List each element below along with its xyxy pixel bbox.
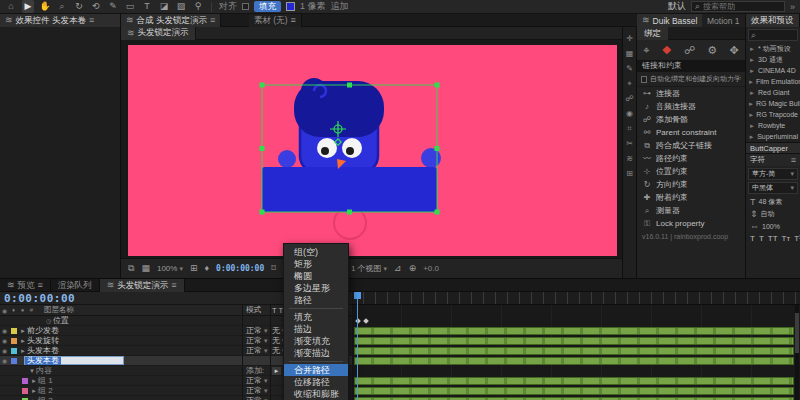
view-layout-select[interactable]: 1 个视图▾ — [351, 263, 387, 274]
duik-parent-constraint-button[interactable]: ⚯Parent constraint — [637, 126, 745, 139]
keyframe-icon[interactable] — [363, 318, 369, 324]
solo-column-icon[interactable]: ● — [18, 307, 27, 313]
stroke-width-value[interactable]: 1 像素 — [300, 0, 326, 13]
target-icon[interactable]: ⌖ — [627, 80, 632, 88]
column-divider[interactable] — [242, 305, 243, 400]
playhead-handle[interactable] — [354, 292, 361, 299]
monitor-icon[interactable]: ⧉ — [128, 264, 134, 273]
viewer-timecode[interactable]: 0:00:00:00 — [216, 264, 264, 273]
menu-item-rectangle[interactable]: 矩形 — [284, 258, 348, 270]
brush-tool-icon[interactable]: ◪ — [158, 0, 170, 13]
effects-category-animation-presets[interactable]: ►* 动画预设 — [746, 43, 800, 54]
duik-lock-property-button[interactable]: ⚿Lock property — [637, 217, 745, 230]
effects-category-cinema4d[interactable]: ►CINEMA 4D — [746, 65, 800, 76]
small-caps-toggle[interactable]: Tт — [782, 234, 791, 243]
layer-color-chip[interactable] — [22, 378, 28, 384]
rotation-tool-icon[interactable]: ⟲ — [90, 0, 102, 13]
superscript-toggle[interactable]: T¹ — [794, 234, 800, 243]
faux-bold-toggle[interactable]: T — [750, 234, 755, 243]
effects-category-trapcode[interactable]: ►RG Trapcode — [746, 109, 800, 120]
effects-category-rowbyte[interactable]: ►Rowbyte — [746, 120, 800, 131]
comp-canvas[interactable] — [128, 45, 617, 256]
zoom-select[interactable]: 100%▾ — [157, 264, 183, 273]
grid-icon[interactable]: ▦ — [626, 50, 634, 58]
blend-mode-select[interactable]: 正常▾ — [246, 395, 268, 400]
transparency-grid-icon[interactable]: ▦ — [141, 264, 150, 273]
panel-menu-icon[interactable]: ≡ — [210, 16, 215, 25]
breadcrumb[interactable]: ≋ 头发锁定演示 — [121, 27, 196, 40]
font-size-field[interactable]: T 48 像素 — [746, 196, 800, 208]
duik-audio-connector-button[interactable]: ♪音频连接器 — [637, 100, 745, 113]
audio-column-icon[interactable]: ♦ — [9, 307, 18, 313]
scrollbar-thumb[interactable] — [795, 313, 799, 353]
pen-icon[interactable]: ✎ — [626, 65, 633, 73]
layer-color-chip[interactable] — [22, 388, 28, 394]
time-ruler[interactable] — [352, 292, 800, 305]
effects-category-magic-bullet[interactable]: ►RG Magic Bullet — [746, 98, 800, 109]
layer-duration-bar[interactable] — [354, 327, 794, 335]
blend-mode-select[interactable]: 正常▾ — [246, 345, 268, 356]
menu-item-polystar[interactable]: 多边星形 — [284, 282, 348, 294]
tab-duik[interactable]: ≋ Duik Bassel — [637, 14, 703, 27]
duik-controllers-icon[interactable]: ✥ — [730, 45, 739, 56]
overflow-chevron-icon[interactable]: » — [790, 2, 795, 12]
resolution-icon[interactable]: ⊕ — [409, 264, 417, 273]
fill-color-swatch[interactable] — [286, 2, 295, 11]
duik-rigging-tab[interactable]: 绑定 — [637, 27, 668, 40]
add-icon[interactable]: ✛ — [626, 35, 633, 43]
panel-menu-icon[interactable]: ≡ — [291, 16, 296, 25]
shape-tool-icon[interactable]: ▭ — [124, 0, 136, 13]
buttcapper-tab[interactable]: ButtCapper — [746, 142, 800, 154]
duik-orientation-constraint-button[interactable]: ↻方向约束 — [637, 178, 745, 191]
faux-italic-toggle[interactable]: T — [759, 234, 764, 243]
character-artwork[interactable] — [128, 45, 617, 256]
panel-menu-icon[interactable]: ≡ — [89, 16, 94, 25]
snapshot-camera-icon[interactable]: ⌑ — [271, 264, 276, 273]
type-tool-icon[interactable]: T — [141, 0, 153, 13]
duik-structures-icon[interactable]: ⌖ — [643, 45, 649, 56]
all-caps-toggle[interactable]: TT — [768, 234, 778, 243]
tab-footage[interactable]: 素材 (无) ≡ — [249, 14, 302, 27]
scissors-icon[interactable]: ✂ — [626, 140, 633, 148]
twirl-icon[interactable]: ► — [19, 328, 27, 334]
help-search-input[interactable] — [703, 2, 781, 11]
video-column-icon[interactable]: ◉ — [0, 307, 9, 314]
append-button[interactable]: 追加 — [331, 0, 349, 13]
zoom-tool-icon[interactable]: ⌕ — [56, 0, 68, 13]
column-divider[interactable] — [270, 305, 271, 400]
menu-item-merge-paths[interactable]: 合并路径 — [284, 364, 348, 376]
menu-item-offset-paths[interactable]: 位移路径 — [284, 376, 348, 388]
menu-item-ellipse[interactable]: 椭圆 — [284, 270, 348, 282]
mask-visibility-icon[interactable]: ♦ — [204, 264, 209, 273]
3d-view-icon[interactable]: ⊿ — [394, 264, 402, 273]
duik-connector-button[interactable]: ⊶连接器 — [637, 87, 745, 100]
leading-field[interactable]: ⇕ 自动 — [746, 208, 800, 220]
duik-path-constraint-button[interactable]: 〰路径约束 — [637, 152, 745, 165]
menu-item-fill[interactable]: 填充 — [284, 311, 348, 323]
puppet-tool-icon[interactable]: ⚲ — [192, 0, 204, 13]
menu-item-stroke[interactable]: 描边 — [284, 323, 348, 335]
panel-menu-icon[interactable]: ≡ — [791, 156, 796, 165]
playhead-line[interactable] — [357, 292, 358, 400]
duik-measure-button[interactable]: ⌕测量器 — [637, 204, 745, 217]
stopwatch-icon[interactable]: ◷ — [44, 317, 53, 324]
window-icon[interactable]: ⊞ — [626, 170, 633, 178]
duik-attachment-constraint-button[interactable]: ✚附着约束 — [637, 191, 745, 204]
duik-position-constraint-button[interactable]: ⊹位置约束 — [637, 165, 745, 178]
stamp-tool-icon[interactable]: ▨ — [175, 0, 187, 13]
twirl-icon[interactable]: ► — [19, 338, 27, 344]
twirl-icon[interactable]: ► — [30, 388, 38, 394]
tab-render-queue[interactable]: 渲染队列 — [51, 279, 100, 292]
tab-timeline-comp[interactable]: ≋ 头发锁定演示 ≡ — [100, 279, 185, 292]
mesh-icon[interactable]: ⌗ — [627, 125, 632, 133]
layer-color-chip[interactable] — [11, 348, 17, 354]
duik-autorig-icon[interactable]: ❖ — [662, 45, 672, 56]
add-shape-button[interactable]: ► — [272, 367, 281, 375]
twirl-icon[interactable]: ► — [19, 348, 27, 354]
fill-button[interactable]: 填充 — [254, 1, 281, 12]
exposure-value[interactable]: +0.0 — [423, 264, 439, 273]
menu-item-group-empty[interactable]: 组(空) — [284, 246, 348, 258]
layer-duration-bar[interactable] — [354, 337, 794, 345]
tab-motion[interactable]: Motion 1 — [702, 14, 746, 27]
hand-tool-icon[interactable]: ✋ — [39, 0, 51, 13]
